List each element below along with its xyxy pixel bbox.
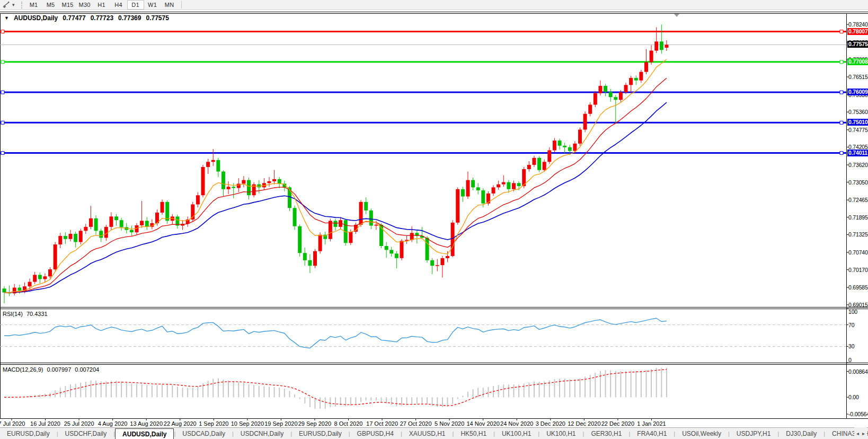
chart-tab-audusd-daily[interactable]: AUDUSD,Daily: [115, 428, 174, 439]
chart-tab-xauusd-h1[interactable]: XAUUSD,H1: [402, 428, 453, 439]
chart-tab-eurusd-daily[interactable]: EURUSD,Daily: [0, 428, 57, 439]
chart-canvas[interactable]: [0, 12, 868, 428]
timeframe-button-m15[interactable]: M15: [59, 0, 76, 10]
toolbar-separator: [181, 1, 182, 8]
timeframe-button-h4[interactable]: H4: [110, 0, 127, 10]
trendline-tool-button[interactable]: ▾: [0, 1, 17, 9]
tabs-scroll-left-button[interactable]: ◂: [856, 431, 859, 436]
timeframe-button-m30[interactable]: M30: [76, 0, 93, 10]
timeframe-button-w1[interactable]: W1: [144, 0, 161, 10]
chart-tab-eurusd-daily[interactable]: EURUSD,Daily: [292, 428, 349, 439]
timeframe-button-mn[interactable]: MN: [161, 0, 178, 10]
trading-platform-window: ▾ M1M5M15M30H1H4D1W1MN ▼ AUDUSD,Daily 0.…: [0, 0, 868, 439]
trendline-tool-icon: [2, 1, 11, 8]
chart-tab-usdcad-daily[interactable]: USDCAD,Daily: [175, 428, 232, 439]
chart-window: ▼ AUDUSD,Daily 0.77477 0.77723 0.77369 0…: [0, 12, 868, 428]
timeframe-buttons: M1M5M15M30H1H4D1W1MN: [25, 0, 178, 10]
chart-tab-usdchf-daily[interactable]: USDCHF,Daily: [58, 428, 114, 439]
chart-tabs: EURUSD,Daily|USDCHF,Daily|AUDUSD,Daily|U…: [0, 428, 868, 439]
toolbar: ▾ M1M5M15M30H1H4D1W1MN: [0, 0, 868, 10]
chart-tab-usdcnh-daily[interactable]: USDCNH,Daily: [234, 428, 290, 439]
chart-tab-dj30-daily[interactable]: DJ30,Daily: [779, 428, 823, 439]
tab-scroll-buttons: ◂ ▸: [854, 427, 867, 439]
chart-tab-uk100-h1[interactable]: UK100,H1: [495, 428, 538, 439]
chart-tab-bar: EURUSD,Daily|USDCHF,Daily|AUDUSD,Daily|U…: [0, 427, 868, 439]
timeframe-button-m1[interactable]: M1: [25, 0, 42, 10]
timeframe-button-m5[interactable]: M5: [42, 0, 59, 10]
timeframe-button-d1[interactable]: D1: [127, 0, 144, 10]
chart-tab-uk100-h1[interactable]: UK100,H1: [539, 428, 582, 439]
chart-tab-usdjpy-h1[interactable]: USDJPY,H1: [730, 428, 777, 439]
chart-tab-usoil-weekly[interactable]: USOil,Weekly: [675, 428, 728, 439]
toolbar-grip: [21, 2, 22, 8]
chart-tab-ger30-h1[interactable]: GER30,H1: [584, 428, 628, 439]
chart-tab-hk50-h1[interactable]: HK50,H1: [454, 428, 493, 439]
chart-tab-fra40-h1[interactable]: FRA40,H1: [630, 428, 674, 439]
chart-tab-gbpusd-h4[interactable]: GBPUSD,H4: [350, 428, 401, 439]
chevron-down-icon[interactable]: ▾: [12, 1, 15, 9]
timeframe-button-h1[interactable]: H1: [93, 0, 110, 10]
tabs-scroll-right-button[interactable]: ▸: [862, 431, 865, 436]
